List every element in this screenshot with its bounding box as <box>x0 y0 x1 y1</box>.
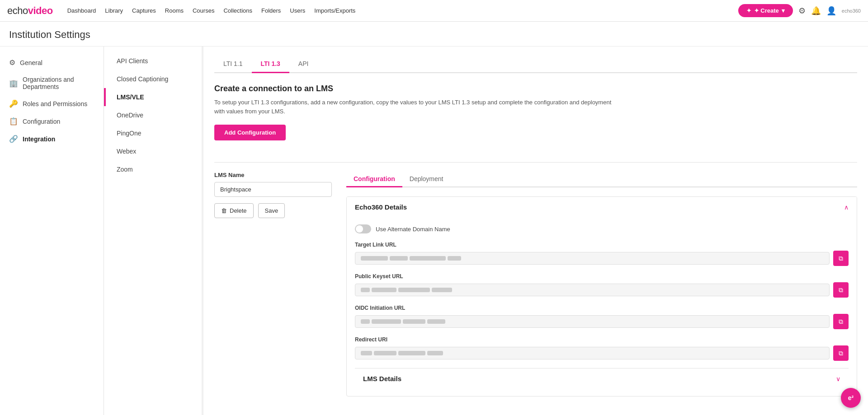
create-label: ✦ Create <box>754 7 779 14</box>
url-seg <box>448 256 461 261</box>
oidc-initiation-url-group: OIDC Initiation URL <box>355 305 849 329</box>
copy-target-link-url-button[interactable]: ⧉ <box>833 251 849 266</box>
nav-captures[interactable]: Captures <box>132 7 156 14</box>
config-tab-deployment[interactable]: Deployment <box>402 172 451 187</box>
sidebar-item-general[interactable]: ⚙ General <box>0 54 104 71</box>
nav-dashboard[interactable]: Dashboard <box>67 7 96 14</box>
alternate-domain-label: Use Alternate Domain Name <box>376 226 450 233</box>
nav-users[interactable]: Users <box>290 7 305 14</box>
app-logo[interactable]: echovideo <box>7 5 53 17</box>
url-seg <box>374 351 396 355</box>
url-seg <box>361 288 370 292</box>
alternate-domain-row: Use Alternate Domain Name <box>355 224 849 233</box>
url-seg <box>403 319 425 324</box>
second-item-webex[interactable]: Webex <box>104 142 202 160</box>
url-seg <box>361 351 372 355</box>
url-seg <box>390 256 408 261</box>
url-seg <box>361 319 370 324</box>
connection-title: Create a connection to an LMS <box>214 84 857 93</box>
public-keyset-url-input <box>355 284 830 296</box>
redirect-uri-label: Redirect URI <box>355 336 849 343</box>
echo360-details-section: Echo360 Details ∧ Use Alternate Domain N… <box>346 196 857 396</box>
gear-icon: ⚙ <box>9 58 15 67</box>
api-clients-label: API Clients <box>117 57 148 65</box>
lms-details-title: LMS Details <box>363 375 401 382</box>
tab-lti13[interactable]: LTI 1.3 <box>252 56 289 73</box>
create-button[interactable]: ✦ ✦ Create ▾ <box>738 4 793 17</box>
nav-courses[interactable]: Courses <box>193 7 214 14</box>
second-item-zoom[interactable]: Zoom <box>104 160 202 178</box>
public-keyset-url-label: Public Keyset URL <box>355 273 849 280</box>
alternate-domain-toggle[interactable] <box>355 224 371 233</box>
sidebar-item-integration[interactable]: 🔗 Integration <box>0 130 104 148</box>
chat-badge[interactable]: e² <box>841 388 861 408</box>
nav-library[interactable]: Library <box>105 7 123 14</box>
settings-icon[interactable]: ⚙ <box>798 6 806 16</box>
tab-lti11[interactable]: LTI 1.1 <box>214 56 252 73</box>
config-panel: LMS Name 🗑 Delete Save Configurati <box>214 172 857 396</box>
sidebar-label-orgs: Organizations and Departments <box>23 76 94 90</box>
config-tab-configuration-label: Configuration <box>354 175 395 182</box>
copy-oidc-initiation-url-button[interactable]: ⧉ <box>833 314 849 329</box>
copy-icon: ⧉ <box>839 255 843 262</box>
url-seg <box>372 288 396 292</box>
lms-details-header[interactable]: LMS Details ∨ <box>355 368 849 389</box>
details-body: Use Alternate Domain Name Target Link UR… <box>347 217 857 396</box>
target-link-url-group: Target Link URL <box>355 242 849 266</box>
target-link-url-input <box>355 252 830 265</box>
user-icon[interactable]: 👤 <box>826 6 836 16</box>
copy-icon-2: ⧉ <box>839 286 843 294</box>
sidebar-item-configuration[interactable]: 📋 Configuration <box>0 112 104 130</box>
oidc-initiation-url-input <box>355 315 830 328</box>
delete-button[interactable]: 🗑 Delete <box>214 203 254 218</box>
chat-label: e² <box>848 394 854 401</box>
redirect-uri-group: Redirect URI <box>355 336 849 361</box>
btn-group: 🗑 Delete Save <box>214 203 332 218</box>
copy-icon-3: ⧉ <box>839 318 843 326</box>
nav-collections[interactable]: Collections <box>223 7 252 14</box>
tab-lti11-label: LTI 1.1 <box>223 60 243 67</box>
url-blur-2 <box>361 288 824 292</box>
nav-rooms[interactable]: Rooms <box>165 7 184 14</box>
create-icon: ✦ <box>746 7 751 14</box>
second-item-closed-captioning[interactable]: Closed Captioning <box>104 70 202 88</box>
page-title: Institution Settings <box>0 22 868 47</box>
config-tab-deployment-label: Deployment <box>410 175 443 182</box>
notifications-icon[interactable]: 🔔 <box>811 6 821 16</box>
config-tab-configuration[interactable]: Configuration <box>346 172 402 187</box>
copy-icon-4: ⧉ <box>839 350 843 357</box>
logo-video: video <box>28 5 53 17</box>
nav-folders[interactable]: Folders <box>261 7 281 14</box>
onedrive-label: OneDrive <box>117 112 143 119</box>
add-configuration-button[interactable]: Add Configuration <box>214 125 286 140</box>
sidebar-second: API Clients Closed Captioning LMS/VLE On… <box>104 47 203 415</box>
trash-icon: 🗑 <box>221 207 227 214</box>
lms-name-input[interactable] <box>214 182 332 197</box>
sidebar-item-orgs[interactable]: 🏢 Organizations and Departments <box>0 71 104 95</box>
sidebar-left: ⚙ General 🏢 Organizations and Department… <box>0 47 104 415</box>
second-item-pingone[interactable]: PingOne <box>104 124 202 142</box>
content-area: LTI 1.1 LTI 1.3 API Create a connection … <box>203 47 868 415</box>
echo360-details-header[interactable]: Echo360 Details ∧ <box>347 197 857 217</box>
save-button[interactable]: Save <box>258 203 285 218</box>
second-item-lms-vle[interactable]: LMS/VLE <box>104 88 202 106</box>
second-item-api-clients[interactable]: API Clients <box>104 52 202 70</box>
url-seg <box>427 351 443 355</box>
collapse-icon[interactable]: ∧ <box>844 204 849 211</box>
target-link-url-label: Target Link URL <box>355 242 849 248</box>
config-tabs: Configuration Deployment <box>346 172 857 187</box>
url-seg <box>398 288 430 292</box>
copy-redirect-uri-button[interactable]: ⧉ <box>833 345 849 361</box>
url-blur-1 <box>361 256 824 261</box>
scroll-down-icon[interactable]: ∨ <box>836 375 840 382</box>
nav-imports-exports[interactable]: Imports/Exports <box>314 7 355 14</box>
copy-public-keyset-url-button[interactable]: ⧉ <box>833 282 849 298</box>
main-layout: ⚙ General 🏢 Organizations and Department… <box>0 47 868 415</box>
second-item-onedrive[interactable]: OneDrive <box>104 106 202 124</box>
sidebar-item-roles[interactable]: 🔑 Roles and Permissions <box>0 95 104 112</box>
roles-icon: 🔑 <box>9 99 18 108</box>
top-nav: echovideo Dashboard Library Captures Roo… <box>0 0 868 22</box>
config-icon: 📋 <box>9 117 18 126</box>
config-left: LMS Name 🗑 Delete Save <box>214 172 332 218</box>
tab-api[interactable]: API <box>289 56 318 73</box>
